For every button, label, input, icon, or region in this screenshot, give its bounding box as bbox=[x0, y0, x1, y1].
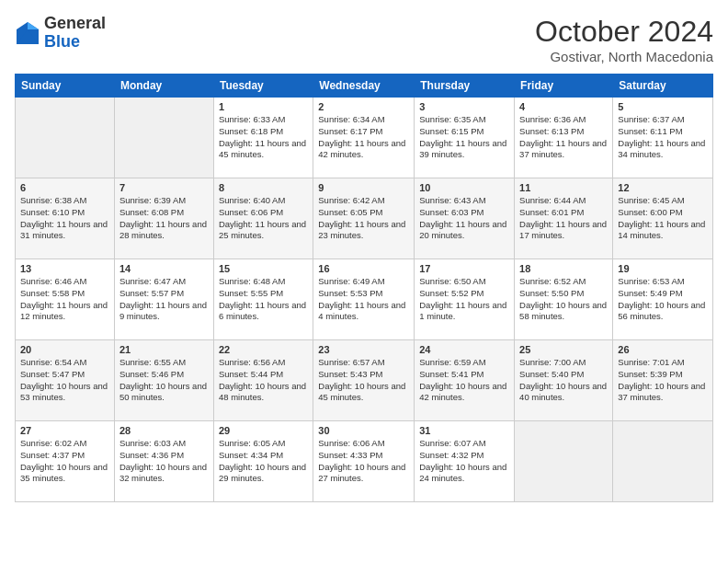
calendar-cell: 7Sunrise: 6:39 AM Sunset: 6:08 PM Daylig… bbox=[114, 178, 213, 259]
day-number: 11 bbox=[519, 182, 608, 193]
day-number: 13 bbox=[20, 263, 109, 274]
day-number: 7 bbox=[119, 182, 209, 193]
day-of-week-sunday: Sunday bbox=[16, 75, 115, 98]
cell-info: Sunrise: 6:36 AM Sunset: 6:13 PM Dayligh… bbox=[519, 114, 608, 161]
calendar-cell: 15Sunrise: 6:48 AM Sunset: 5:55 PM Dayli… bbox=[213, 259, 313, 340]
calendar-cell: 25Sunrise: 7:00 AM Sunset: 5:40 PM Dayli… bbox=[515, 340, 613, 421]
cell-info: Sunrise: 6:49 AM Sunset: 5:53 PM Dayligh… bbox=[318, 276, 409, 323]
day-number: 5 bbox=[618, 101, 708, 112]
cell-info: Sunrise: 6:40 AM Sunset: 6:06 PM Dayligh… bbox=[219, 195, 308, 242]
cell-info: Sunrise: 6:02 AM Sunset: 4:37 PM Dayligh… bbox=[20, 438, 109, 485]
cell-info: Sunrise: 6:38 AM Sunset: 6:10 PM Dayligh… bbox=[20, 195, 109, 242]
cell-info: Sunrise: 6:33 AM Sunset: 6:18 PM Dayligh… bbox=[219, 114, 308, 161]
cell-info: Sunrise: 6:59 AM Sunset: 5:41 PM Dayligh… bbox=[419, 357, 509, 404]
calendar-cell: 30Sunrise: 6:06 AM Sunset: 4:33 PM Dayli… bbox=[313, 421, 415, 502]
day-number: 23 bbox=[318, 344, 409, 355]
day-number: 9 bbox=[318, 182, 409, 193]
cell-info: Sunrise: 7:00 AM Sunset: 5:40 PM Dayligh… bbox=[519, 357, 608, 404]
cell-info: Sunrise: 6:52 AM Sunset: 5:50 PM Dayligh… bbox=[519, 276, 608, 323]
logo-blue: Blue bbox=[44, 33, 106, 52]
calendar-cell: 31Sunrise: 6:07 AM Sunset: 4:32 PM Dayli… bbox=[415, 421, 515, 502]
calendar-cell: 16Sunrise: 6:49 AM Sunset: 5:53 PM Dayli… bbox=[313, 259, 415, 340]
day-number: 29 bbox=[219, 425, 308, 436]
day-number: 18 bbox=[519, 263, 608, 274]
logo-icon bbox=[15, 20, 40, 46]
cell-info: Sunrise: 6:46 AM Sunset: 5:58 PM Dayligh… bbox=[20, 276, 109, 323]
day-of-week-tuesday: Tuesday bbox=[213, 75, 313, 98]
day-number: 24 bbox=[419, 344, 509, 355]
calendar-week-1: 1Sunrise: 6:33 AM Sunset: 6:18 PM Daylig… bbox=[16, 98, 713, 178]
cell-info: Sunrise: 6:44 AM Sunset: 6:01 PM Dayligh… bbox=[519, 195, 608, 242]
calendar-cell bbox=[613, 421, 713, 502]
calendar: SundayMondayTuesdayWednesdayThursdayFrid… bbox=[15, 74, 713, 502]
calendar-cell: 29Sunrise: 6:05 AM Sunset: 4:34 PM Dayli… bbox=[213, 421, 313, 502]
day-number: 21 bbox=[119, 344, 209, 355]
cell-info: Sunrise: 6:56 AM Sunset: 5:44 PM Dayligh… bbox=[219, 357, 308, 404]
calendar-cell: 2Sunrise: 6:34 AM Sunset: 6:17 PM Daylig… bbox=[313, 98, 415, 178]
calendar-cell: 8Sunrise: 6:40 AM Sunset: 6:06 PM Daylig… bbox=[213, 178, 313, 259]
day-number: 6 bbox=[20, 182, 109, 193]
cell-info: Sunrise: 6:50 AM Sunset: 5:52 PM Dayligh… bbox=[419, 276, 509, 323]
calendar-header: SundayMondayTuesdayWednesdayThursdayFrid… bbox=[16, 75, 713, 98]
day-number: 28 bbox=[119, 425, 209, 436]
calendar-cell bbox=[16, 98, 115, 178]
cell-info: Sunrise: 6:07 AM Sunset: 4:32 PM Dayligh… bbox=[419, 438, 509, 485]
cell-info: Sunrise: 6:03 AM Sunset: 4:36 PM Dayligh… bbox=[119, 438, 209, 485]
day-number: 8 bbox=[219, 182, 308, 193]
cell-info: Sunrise: 6:54 AM Sunset: 5:47 PM Dayligh… bbox=[20, 357, 109, 404]
calendar-cell: 13Sunrise: 6:46 AM Sunset: 5:58 PM Dayli… bbox=[16, 259, 115, 340]
cell-info: Sunrise: 6:43 AM Sunset: 6:03 PM Dayligh… bbox=[419, 195, 509, 242]
calendar-cell: 10Sunrise: 6:43 AM Sunset: 6:03 PM Dayli… bbox=[415, 178, 515, 259]
logo: General Blue bbox=[15, 15, 106, 52]
day-of-week-wednesday: Wednesday bbox=[313, 75, 415, 98]
day-number: 22 bbox=[219, 344, 308, 355]
month-title: October 2024 bbox=[535, 15, 713, 49]
day-number: 4 bbox=[519, 101, 608, 112]
logo-general: General bbox=[44, 15, 106, 33]
cell-info: Sunrise: 6:37 AM Sunset: 6:11 PM Dayligh… bbox=[618, 114, 708, 161]
title-block: October 2024 Gostivar, North Macedonia bbox=[535, 15, 713, 64]
calendar-cell: 21Sunrise: 6:55 AM Sunset: 5:46 PM Dayli… bbox=[114, 340, 213, 421]
svg-marker-1 bbox=[28, 22, 39, 29]
cell-info: Sunrise: 6:05 AM Sunset: 4:34 PM Dayligh… bbox=[219, 438, 308, 485]
day-number: 2 bbox=[318, 101, 409, 112]
day-number: 26 bbox=[618, 344, 708, 355]
day-number: 17 bbox=[419, 263, 509, 274]
calendar-week-4: 20Sunrise: 6:54 AM Sunset: 5:47 PM Dayli… bbox=[16, 340, 713, 421]
calendar-cell: 12Sunrise: 6:45 AM Sunset: 6:00 PM Dayli… bbox=[613, 178, 713, 259]
day-number: 27 bbox=[20, 425, 109, 436]
day-number: 1 bbox=[219, 101, 308, 112]
calendar-cell: 9Sunrise: 6:42 AM Sunset: 6:05 PM Daylig… bbox=[313, 178, 415, 259]
cell-info: Sunrise: 6:55 AM Sunset: 5:46 PM Dayligh… bbox=[119, 357, 209, 404]
calendar-cell: 14Sunrise: 6:47 AM Sunset: 5:57 PM Dayli… bbox=[114, 259, 213, 340]
calendar-cell bbox=[515, 421, 613, 502]
day-number: 10 bbox=[419, 182, 509, 193]
day-number: 20 bbox=[20, 344, 109, 355]
cell-info: Sunrise: 6:34 AM Sunset: 6:17 PM Dayligh… bbox=[318, 114, 409, 161]
cell-info: Sunrise: 6:47 AM Sunset: 5:57 PM Dayligh… bbox=[119, 276, 209, 323]
day-number: 16 bbox=[318, 263, 409, 274]
calendar-cell: 22Sunrise: 6:56 AM Sunset: 5:44 PM Dayli… bbox=[213, 340, 313, 421]
day-number: 12 bbox=[618, 182, 708, 193]
calendar-cell: 27Sunrise: 6:02 AM Sunset: 4:37 PM Dayli… bbox=[16, 421, 115, 502]
calendar-cell: 17Sunrise: 6:50 AM Sunset: 5:52 PM Dayli… bbox=[415, 259, 515, 340]
page-header: General Blue October 2024 Gostivar, Nort… bbox=[15, 15, 713, 64]
day-number: 19 bbox=[618, 263, 708, 274]
calendar-cell: 11Sunrise: 6:44 AM Sunset: 6:01 PM Dayli… bbox=[515, 178, 613, 259]
calendar-cell: 1Sunrise: 6:33 AM Sunset: 6:18 PM Daylig… bbox=[213, 98, 313, 178]
day-number: 15 bbox=[219, 263, 308, 274]
logo-text: General Blue bbox=[44, 15, 106, 52]
calendar-cell: 4Sunrise: 6:36 AM Sunset: 6:13 PM Daylig… bbox=[515, 98, 613, 178]
calendar-week-5: 27Sunrise: 6:02 AM Sunset: 4:37 PM Dayli… bbox=[16, 421, 713, 502]
cell-info: Sunrise: 6:35 AM Sunset: 6:15 PM Dayligh… bbox=[419, 114, 509, 161]
cell-info: Sunrise: 6:39 AM Sunset: 6:08 PM Dayligh… bbox=[119, 195, 209, 242]
calendar-cell: 5Sunrise: 6:37 AM Sunset: 6:11 PM Daylig… bbox=[613, 98, 713, 178]
cell-info: Sunrise: 6:53 AM Sunset: 5:49 PM Dayligh… bbox=[618, 276, 708, 323]
calendar-cell: 20Sunrise: 6:54 AM Sunset: 5:47 PM Dayli… bbox=[16, 340, 115, 421]
day-of-week-monday: Monday bbox=[114, 75, 213, 98]
day-of-week-thursday: Thursday bbox=[415, 75, 515, 98]
calendar-cell: 19Sunrise: 6:53 AM Sunset: 5:49 PM Dayli… bbox=[613, 259, 713, 340]
calendar-cell: 6Sunrise: 6:38 AM Sunset: 6:10 PM Daylig… bbox=[16, 178, 115, 259]
calendar-cell: 26Sunrise: 7:01 AM Sunset: 5:39 PM Dayli… bbox=[613, 340, 713, 421]
day-number: 30 bbox=[318, 425, 409, 436]
